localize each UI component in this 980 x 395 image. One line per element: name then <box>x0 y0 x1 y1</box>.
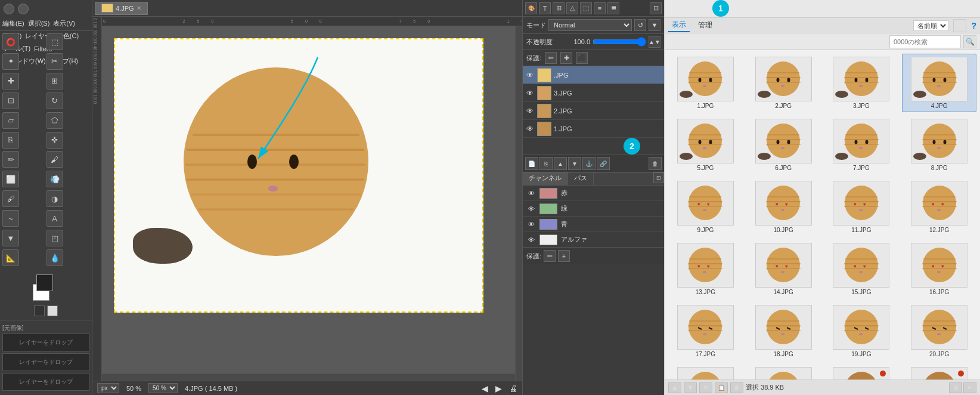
view-list-btn[interactable]: ≡ <box>963 382 976 393</box>
browser-tab-view[interactable]: 表示 <box>668 18 690 32</box>
browser-tab-manage[interactable]: 管理 <box>694 19 716 32</box>
lock-pixels-btn[interactable]: ✏ <box>545 52 557 64</box>
tool-blend[interactable]: ◰ <box>46 230 63 246</box>
thumb-item-8JPG[interactable]: 8.JPG <box>902 116 976 174</box>
tool-bucket[interactable]: ▼ <box>2 230 19 246</box>
tool-paint[interactable]: 🖌 <box>46 151 63 168</box>
thumb-item-13JPG[interactable]: ♥♥ 13.JPG <box>668 240 743 298</box>
tool-align[interactable]: ⊞ <box>46 73 63 90</box>
vertical-scrollbar[interactable] <box>515 26 522 381</box>
layer-item-2[interactable]: 👁 2.JPG <box>523 102 664 120</box>
mode-reset-btn[interactable]: ↺ <box>634 19 646 31</box>
zoom-select[interactable]: 50 % <box>148 383 178 393</box>
thumb-item-4JPG[interactable]: 4.JPG <box>902 54 976 112</box>
thumb-item-11JPG[interactable]: ♥♥ 11.JPG <box>824 178 899 236</box>
thumb-item-19JPG[interactable]: 19.JPG <box>824 302 899 360</box>
layer-dup-btn[interactable]: ⎘ <box>539 157 553 170</box>
layer-item-3[interactable]: 👁 1.JPG <box>523 120 664 138</box>
tool-free-select[interactable]: ⭕ <box>2 33 19 50</box>
print-btn[interactable]: 🖨 <box>509 384 517 393</box>
tool-rect-select[interactable]: ⬚ <box>46 33 63 50</box>
tool-measure[interactable]: 📐 <box>2 249 19 266</box>
tool-crop[interactable]: ⊡ <box>2 92 19 109</box>
thumb-item-14JPG[interactable]: ♥♥ 14.JPG <box>746 240 821 298</box>
layer-eye-0[interactable]: 👁 <box>525 70 535 80</box>
thumb-item-17JPG[interactable]: 17.JPG <box>668 302 743 360</box>
tool-shear[interactable]: ⬠ <box>46 112 63 129</box>
opacity-spin[interactable]: ▲▼ <box>649 36 660 48</box>
tool-eraser[interactable]: ⬜ <box>2 171 19 187</box>
thumb-item-7JPG[interactable]: 7.JPG <box>824 116 899 174</box>
tool-clone[interactable]: ⎘ <box>2 132 19 149</box>
panel-grid-btn[interactable]: ⊞ <box>553 2 565 14</box>
menu-view[interactable]: 表示(V) <box>53 19 75 28</box>
menu-edit[interactable]: 編集(E) <box>2 19 24 28</box>
thumb-item-12JPG[interactable]: ♥♥ 12.JPG <box>902 178 976 236</box>
channel-eye-blue[interactable]: 👁 <box>526 221 536 228</box>
channel-eye-alpha[interactable]: 👁 <box>526 236 536 243</box>
channel-lock-btn[interactable]: ✏ <box>544 250 556 262</box>
scroll-right-btn[interactable]: ▶ <box>495 384 502 393</box>
thumb-item-10JPG[interactable]: ♥♥ 10.JPG <box>746 178 821 236</box>
panel-type-btn[interactable]: T <box>539 2 551 14</box>
scroll-left-btn[interactable]: ◀ <box>482 384 488 393</box>
channel-add-btn[interactable]: + <box>558 250 570 262</box>
panel-channel-btn[interactable]: ≡ <box>594 2 606 14</box>
layer-item-1[interactable]: 👁 3.JPG <box>523 84 664 102</box>
unit-select[interactable]: px <box>97 383 119 393</box>
browser-nav-up[interactable]: ▲ <box>668 382 681 393</box>
tool-dodge[interactable]: ◑ <box>46 190 63 207</box>
thumb-item-20JPG[interactable]: 20.JPG <box>902 302 976 360</box>
thumb-item-3JPG[interactable]: 3.JPG <box>824 54 899 112</box>
panel-expand-btn[interactable]: ⊡ <box>650 2 662 14</box>
tool-eyedrop[interactable]: 💧 <box>46 249 63 266</box>
search-icon-btn[interactable]: 🔍 <box>963 35 976 48</box>
lock-position-btn[interactable]: ✚ <box>560 52 572 64</box>
layer-down-btn[interactable]: ▼ <box>568 157 581 170</box>
mode-select[interactable]: Normal <box>548 19 632 31</box>
layer-eye-3[interactable]: 👁 <box>525 124 535 134</box>
channel-eye-green[interactable]: 👁 <box>526 205 536 212</box>
browser-delete[interactable]: 🗑 <box>730 382 743 393</box>
panel-history-btn[interactable]: ≣ <box>607 2 619 14</box>
thumb-item-1JPG[interactable]: 1.JPG <box>668 54 743 112</box>
panel-frame-btn[interactable]: ⬚ <box>580 2 592 14</box>
layer-delete-btn[interactable]: 🗑 <box>649 157 662 170</box>
browser-paste[interactable]: 📋 <box>715 382 728 393</box>
layer-eye-2[interactable]: 👁 <box>525 106 535 116</box>
layer-eye-1[interactable]: 👁 <box>525 88 535 98</box>
layer-item-0[interactable]: 👁 .JPG <box>523 66 664 84</box>
tool-fuzzy-select[interactable]: ✦ <box>2 53 19 70</box>
thumb-item-16JPG[interactable]: ♥♥ 16.JPG <box>902 240 976 298</box>
sort-select[interactable]: 名前順 <box>913 20 948 31</box>
channel-panel-expand[interactable]: ⊡ <box>653 172 664 183</box>
layer-up-btn[interactable]: ▲ <box>554 157 567 170</box>
thumb-item-18JPG[interactable]: 18.JPG <box>746 302 821 360</box>
tool-text[interactable]: A <box>46 210 63 227</box>
browser-copy[interactable]: ⎘ <box>699 382 712 393</box>
thumb-item-6JPG[interactable]: 6.JPG <box>746 116 821 174</box>
tab-close-icon[interactable]: ✕ <box>137 5 141 11</box>
layer-link-btn[interactable]: 🔗 <box>597 157 610 170</box>
view-grid-btn[interactable]: ⊞ <box>949 382 962 393</box>
tool-airbrush[interactable]: 💨 <box>46 171 63 187</box>
search-input[interactable] <box>889 35 961 48</box>
canvas-tab-active[interactable]: 4.JPG ✕ <box>95 2 148 15</box>
panel-color-btn[interactable]: 🎨 <box>525 2 537 14</box>
thumb-item-22JPG[interactable]: 22.JPG <box>746 364 821 379</box>
thumb-item-5JPG[interactable]: 5.JPG <box>668 116 743 174</box>
lock-all-btn[interactable]: ⬛ <box>576 52 588 64</box>
channel-tab-paths[interactable]: パス <box>568 172 594 185</box>
tool-heal[interactable]: ✜ <box>46 132 63 149</box>
thumb-item-21JPG[interactable]: 21.JPG <box>668 364 743 379</box>
tool-perspective[interactable]: ▱ <box>2 112 19 129</box>
thumb-item-24JPG[interactable]: 24.JPG <box>902 364 976 379</box>
tool-move[interactable]: ✚ <box>2 73 19 90</box>
tool-scissors[interactable]: ✂ <box>46 53 63 70</box>
opacity-slider[interactable] <box>593 37 646 47</box>
channel-tab-channels[interactable]: チャンネル <box>523 172 568 185</box>
drop-zone-3[interactable]: レイヤーをドロップ <box>2 373 89 391</box>
circle-btn-2[interactable] <box>18 4 29 14</box>
color-swatches[interactable] <box>33 274 59 301</box>
thumb-item-2JPG[interactable]: 2.JPG <box>746 54 821 112</box>
